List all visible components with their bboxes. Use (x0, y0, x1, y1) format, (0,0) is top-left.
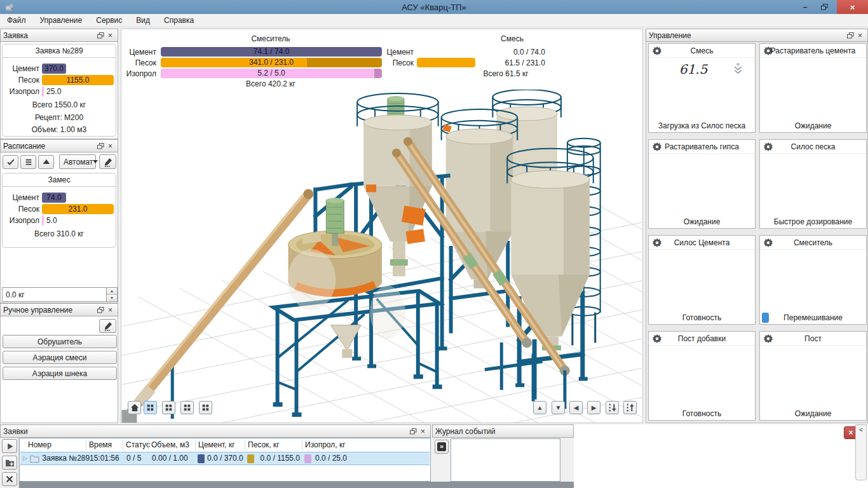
col-isoprol[interactable]: Изопрол, кг (305, 438, 381, 452)
close-panel-icon[interactable]: × (418, 426, 428, 436)
folder-icon (30, 454, 39, 463)
pan-right-button[interactable]: ▶ (587, 401, 600, 414)
float-panel-icon[interactable] (846, 30, 855, 40)
view-preset-4-button[interactable] (199, 401, 212, 414)
confirm-button[interactable] (3, 155, 18, 169)
device-card-sand-silo[interactable]: Силос песка Быстрое дозирование (759, 139, 867, 229)
weight-spinner[interactable]: 0.0 кг ▲ ▼ (2, 287, 118, 302)
mix-aeration-button[interactable]: Аэрация смеси (3, 351, 117, 364)
mode-value: Автомат (64, 158, 93, 166)
col-cement[interactable]: Цемент, кг (198, 438, 244, 452)
chevrons-right-icon: » (437, 442, 446, 451)
isoprol-value: 5.0 (46, 215, 57, 226)
pan-down-button[interactable]: ▼ (552, 401, 565, 414)
home-view-button[interactable] (128, 401, 141, 414)
menu-file[interactable]: Файл (0, 14, 33, 27)
batch-total: Всего 310.0 кг (3, 229, 116, 239)
device-card-cement-silo[interactable]: Силос Цемента Готовность (648, 235, 756, 325)
float-panel-icon[interactable] (96, 141, 105, 151)
menu-service[interactable]: Сервис (89, 14, 129, 27)
pencil-icon (103, 157, 113, 167)
device-card-gypsum-unloader[interactable]: Растариватель гипса Ожидание (648, 139, 756, 229)
sand-color-square (247, 454, 254, 463)
journal-log-area[interactable] (451, 438, 560, 482)
delete-order-button[interactable] (2, 472, 17, 486)
view-preset-1-button[interactable] (144, 401, 157, 414)
view-preset-3-button[interactable] (180, 401, 194, 414)
3d-plant-scene (121, 90, 642, 423)
eject-icon (42, 158, 51, 166)
float-panel-icon[interactable] (96, 305, 105, 315)
start-order-button[interactable] (2, 439, 17, 453)
card-title: Растариватель гипса (649, 142, 755, 151)
close-panel-icon[interactable]: × (105, 30, 115, 40)
pan-left-button[interactable]: ◀ (569, 401, 583, 414)
col-number[interactable]: Номер (28, 438, 85, 452)
device-card-mixer[interactable]: Смеситель Перемешивание (759, 235, 867, 325)
card-status: Готовность (649, 313, 755, 322)
float-panel-icon[interactable] (409, 426, 418, 436)
minimize-button[interactable]: – (796, 0, 814, 14)
grid-icon (146, 403, 154, 412)
journal-export-button[interactable]: » (435, 440, 449, 454)
isoprol-color-square (304, 454, 311, 463)
menu-help[interactable]: Справка (157, 14, 201, 27)
edit-button[interactable] (99, 154, 116, 169)
card-status: Готовность (649, 409, 755, 418)
close-button[interactable]: × (837, 0, 868, 14)
device-card-mix[interactable]: Смесь 61.5 Загрузка из Силос песка (648, 43, 756, 133)
chevron-left-icon[interactable]: < (856, 425, 866, 435)
mixer-gauges-title: Смеситель (159, 34, 382, 44)
eject-button[interactable] (38, 155, 54, 169)
pan-up-button[interactable]: ▲ (533, 401, 546, 414)
zoom-in-button[interactable] (623, 401, 637, 414)
device-card-additive-post[interactable]: Пост добавки Готовность (648, 331, 756, 421)
row-time: 15:01:56 (90, 452, 119, 464)
device-card-post[interactable]: Пост Ожидание (759, 331, 867, 421)
expander-icon[interactable]: ▷ (23, 452, 27, 464)
restore-button[interactable] (815, 0, 833, 14)
list-button[interactable] (20, 155, 36, 169)
col-volume[interactable]: Объем, м3 (151, 438, 194, 452)
bottom-edge-strip (19, 482, 574, 488)
col-status[interactable]: Статус (126, 438, 154, 452)
spin-up-icon[interactable]: ▲ (107, 288, 117, 295)
order-row[interactable]: ▷ Заявка №289 15:01:56 0 / 5 0.00 / 1.00… (20, 452, 430, 465)
dots-arrow-down-icon (607, 403, 617, 412)
mode-select[interactable]: Автомат (59, 154, 96, 169)
order-total: Всего 1550.0 кг (3, 100, 116, 110)
col-sand[interactable]: Песок, кг (248, 438, 301, 452)
menu-view[interactable]: Вид (129, 14, 157, 27)
close-panel-icon[interactable]: × (105, 305, 115, 315)
cement-label: Цемент (369, 47, 414, 57)
card-title: Пост добавки (649, 334, 755, 343)
spin-down-icon[interactable]: ▼ (107, 295, 117, 301)
title-bar: АСУ «Кварц-ТП» – × (0, 0, 868, 14)
zoom-out-button[interactable] (606, 401, 619, 414)
card-title: Силос песка (760, 142, 866, 151)
schedule-panel-title: Расписание (3, 142, 45, 151)
view-preset-2-button[interactable] (162, 401, 175, 414)
isoprol-label: Изопрол (3, 86, 39, 97)
play-icon (6, 442, 14, 451)
device-card-cement-unloader[interactable]: Растариватель цемента Ожидание (759, 43, 867, 133)
edit-button[interactable] (99, 319, 116, 333)
screw-aeration-button[interactable]: Аэрация шнека (3, 367, 117, 380)
order-number: Заявка №289 (3, 44, 116, 58)
collapsed-panel-strip[interactable]: < (855, 424, 867, 480)
row-cement: 0.0 / 370.0 (207, 452, 243, 464)
menu-control[interactable]: Управление (33, 14, 90, 27)
collapse-breaker-button[interactable]: Обрушитель (3, 335, 117, 348)
close-panel-icon[interactable]: × (105, 141, 115, 151)
add-order-button[interactable] (2, 456, 17, 470)
scene-viewport[interactable]: Смеситель Цемент 74.1 / 74.0 Песок 341.0… (121, 29, 643, 423)
mix-sand-value: 61.5 / 231.0 (474, 58, 545, 68)
manual-panel-body: Обрушитель Аэрация смеси Аэрация шнека (0, 316, 118, 423)
float-panel-icon[interactable] (96, 30, 105, 40)
schedule-panel-body: Автомат Замес Цемент 74.0 Песок 231.0 Из… (0, 152, 118, 303)
sand-bar: 231.0 (42, 204, 114, 214)
close-panel-icon[interactable]: × (855, 30, 865, 40)
card-title: Пост (760, 334, 866, 343)
request-panel-title: Заявка (3, 31, 28, 40)
col-time[interactable]: Время (89, 438, 122, 452)
